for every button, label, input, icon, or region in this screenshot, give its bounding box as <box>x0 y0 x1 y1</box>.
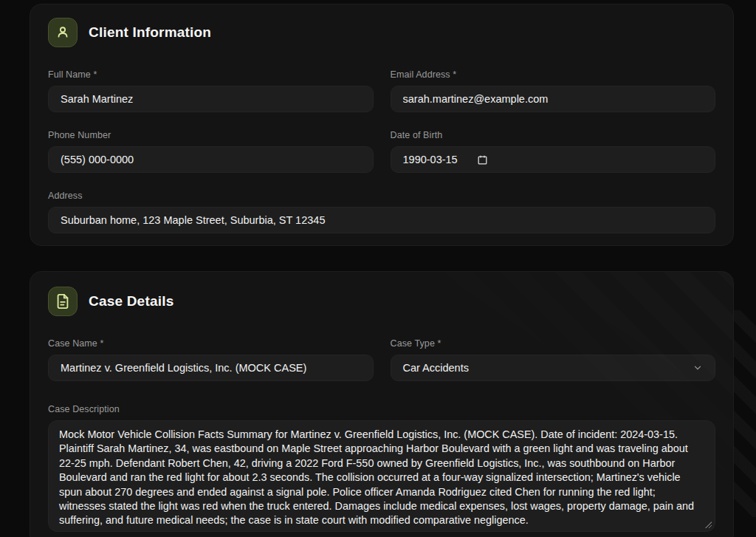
case-section-header: Case Details <box>48 287 715 316</box>
user-icon <box>48 18 78 47</box>
full-name-input[interactable] <box>48 86 374 112</box>
date-of-birth-field: Date of Birth 1990-03-15 <box>391 130 716 173</box>
case-name-input[interactable] <box>48 355 374 381</box>
case-type-label: Case Type * <box>391 338 716 349</box>
intake-form-page: Client Information Full Name * Email Add… <box>0 0 756 537</box>
case-fields: Case Name * Case Type * Car Accidents <box>48 338 715 381</box>
address-input[interactable] <box>48 207 715 233</box>
client-fields: Full Name * Email Address * Phone Number… <box>48 69 715 233</box>
full-name-label: Full Name * <box>48 69 374 81</box>
email-field: Email Address * <box>391 69 716 112</box>
case-name-label: Case Name * <box>48 338 374 349</box>
case-description-field: Case Description Mock Motor Vehicle Coll… <box>48 404 715 532</box>
case-section-title: Case Details <box>89 293 173 309</box>
case-name-field: Case Name * <box>48 338 374 381</box>
client-information-card: Client Information Full Name * Email Add… <box>30 4 734 246</box>
case-type-select[interactable]: Car Accidents <box>391 355 716 381</box>
chevron-down-icon <box>693 363 703 373</box>
case-type-selected-value: Car Accidents <box>403 362 469 374</box>
email-input[interactable] <box>391 86 716 112</box>
case-description-label: Case Description <box>48 404 715 415</box>
phone-field: Phone Number <box>48 130 374 173</box>
case-type-field: Case Type * Car Accidents <box>391 338 716 381</box>
date-of-birth-input[interactable]: 1990-03-15 <box>391 146 716 173</box>
email-label: Email Address * <box>391 69 716 81</box>
client-section-header: Client Information <box>48 18 715 47</box>
background-decoration <box>734 310 756 517</box>
case-description-textarea[interactable]: Mock Motor Vehicle Collision Facts Summa… <box>48 420 715 532</box>
client-section-title: Client Information <box>89 24 211 41</box>
full-name-field: Full Name * <box>48 69 374 112</box>
case-details-card: Case Details Case Name * Case Type * Car… <box>30 271 734 537</box>
phone-label: Phone Number <box>48 130 374 141</box>
address-label: Address <box>48 191 715 202</box>
date-of-birth-value: 1990-03-15 <box>403 154 458 165</box>
address-field: Address <box>48 191 715 233</box>
phone-input[interactable] <box>48 146 374 173</box>
calendar-icon[interactable] <box>477 154 488 165</box>
document-icon <box>48 287 78 316</box>
date-of-birth-label: Date of Birth <box>391 130 716 141</box>
